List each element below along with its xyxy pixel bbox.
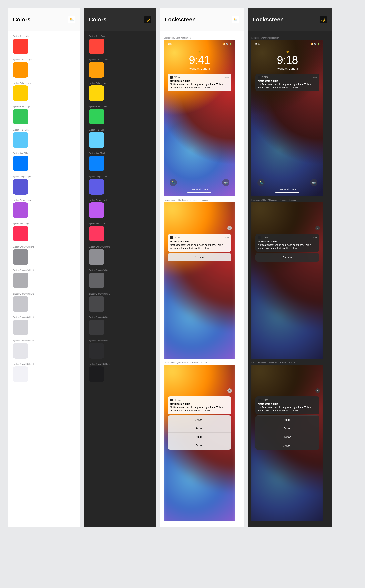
swatch-label: SystemGray / 06 / Light <box>13 363 75 365</box>
signal-icon: 📶 <box>311 43 313 45</box>
more-icon[interactable]: ••• <box>225 398 229 402</box>
clock-date: Monday, June 3 <box>168 67 232 70</box>
home-indicator[interactable] <box>275 192 299 193</box>
swatch-box <box>13 343 28 359</box>
app-badge-icon: F <box>258 399 261 401</box>
status-bar: 9:41 📶 📡 🔋 <box>168 43 232 45</box>
swatch-item: SystemBlue / Dark <box>89 152 151 171</box>
swatch-label: SystemPink / Dark <box>89 222 151 225</box>
swatch-box <box>89 273 104 288</box>
camera-button[interactable]: 📷 <box>310 179 317 186</box>
notification-timestamp: now <box>313 76 317 79</box>
lockscreen-light-actions: ✕ FFIGMA ••• Notification Title Notifica… <box>163 365 235 521</box>
swatch-box <box>89 86 104 101</box>
swatch-box <box>13 62 28 78</box>
swatch-label: SystemTeal / Dark <box>89 129 151 131</box>
home-indicator[interactable] <box>188 192 211 193</box>
swatch-box <box>89 62 104 78</box>
status-bar: 9:18 📶 📡 🔋 <box>255 43 319 45</box>
close-button[interactable]: ✕ <box>316 388 320 393</box>
notification-body: Notification text would be placed right … <box>170 83 229 89</box>
light-mode-icon: ⛅ <box>232 16 239 23</box>
swipe-hint: swipe up to open <box>163 188 235 190</box>
swatch-label: SystemGreen / Light <box>13 105 75 108</box>
more-icon[interactable]: ••• <box>225 236 229 239</box>
swatch-box <box>89 202 104 218</box>
swatch-box <box>89 226 104 242</box>
app-badge-icon: F <box>170 399 173 401</box>
frame-list-light: Lockscreen / Light/ Notification 9:41 📶 … <box>160 31 244 527</box>
swatch-box <box>13 132 28 148</box>
notification-card[interactable]: FFIGMA ••• Notification Title Notificati… <box>255 234 319 252</box>
more-icon[interactable]: ••• <box>313 236 317 239</box>
swatch-box <box>89 320 104 335</box>
swatch-item: SystemPurple / Light <box>13 199 75 218</box>
camera-button[interactable]: 📷 <box>222 179 230 186</box>
swatch-box <box>13 156 28 171</box>
swatch-label: SystemOrange / Dark <box>89 59 151 61</box>
swatch-box <box>13 249 28 265</box>
swatch-label: SystemPink / Light <box>13 222 75 225</box>
notification-card[interactable]: FFIGMA ••• Notification Title Notificati… <box>168 396 232 414</box>
swatch-item: SystemGreen / Light <box>13 105 75 124</box>
action-button[interactable]: Action <box>168 415 232 424</box>
lockscreen-dark-header: Lockscreen 🌙 <box>248 8 332 31</box>
dismiss-button[interactable]: Dismiss <box>168 253 232 261</box>
lockscreen-light-dismiss: ✕ FFIGMA ••• Notification Title Notifica… <box>163 202 235 359</box>
action-button[interactable]: Action <box>255 441 319 450</box>
clock-time: 9:18 <box>255 53 319 66</box>
frame-label: Lockscreen / Light / Notification Presse… <box>163 199 240 201</box>
notification-title: Notification Title <box>258 79 317 82</box>
app-badge-icon: F <box>258 236 261 239</box>
lockscreen-light-column: Lockscreen ⛅ Lockscreen / Light/ Notific… <box>160 8 244 527</box>
action-button[interactable]: Action <box>168 432 232 441</box>
section-title: Colors <box>13 16 31 23</box>
swatch-label: SystemTeal / Light <box>13 129 75 131</box>
wifi-icon: 📡 <box>314 43 316 45</box>
action-button[interactable]: Action <box>255 415 319 424</box>
swatch-label: SystemPurple / Dark <box>89 199 151 201</box>
swatch-item: SystemGray / 05 / Light <box>13 339 75 359</box>
swatch-item: SystemTeal / Light <box>13 129 75 148</box>
swatch-box <box>89 179 104 195</box>
action-button[interactable]: Action <box>168 424 232 432</box>
dismiss-button[interactable]: Dismiss <box>255 253 319 262</box>
swatch-item: SystemGray / 01 / Light <box>13 246 75 265</box>
signal-icon: 📶 <box>223 43 225 45</box>
swatch-label: SystemGreen / Dark <box>89 105 151 108</box>
section-title: Lockscreen <box>253 16 284 23</box>
close-button[interactable]: ✕ <box>227 388 232 393</box>
swatch-item: SystemGreen / Dark <box>89 105 151 124</box>
swatch-box <box>13 226 28 242</box>
notification-card[interactable]: FFIGMA now Notification Title Notificati… <box>168 74 232 91</box>
swatch-label: SystemGray / 01 / Dark <box>89 246 151 248</box>
action-button[interactable]: Action <box>255 424 319 433</box>
swatch-label: SystemOrange / Light <box>13 59 75 61</box>
swatch-item: SystemGray / 02 / Light <box>13 269 75 288</box>
swatch-label: SystemYellow / Light <box>13 82 75 84</box>
status-time: 9:41 <box>168 43 172 45</box>
action-button[interactable]: Action <box>168 441 232 450</box>
notification-card[interactable]: FFIGMA ••• Notification Title Notificati… <box>168 234 232 252</box>
notification-card[interactable]: FFIGMA ••• Notification Title Notificati… <box>255 396 319 414</box>
notification-app: FIGMA <box>174 399 181 401</box>
notification-title: Notification Title <box>170 79 229 82</box>
swatch-box <box>13 273 28 288</box>
action-button[interactable]: Action <box>255 433 319 441</box>
swatch-label: SystemGray / 04 / Light <box>13 316 75 318</box>
flashlight-button[interactable]: 🔦 <box>169 179 177 186</box>
notification-title: Notification Title <box>170 240 229 243</box>
swatch-item: SystemOrange / Dark <box>89 59 151 78</box>
swatch-label: SystemIndigo / Dark <box>89 176 151 178</box>
swatch-item: SystemIndigo / Light <box>13 176 75 195</box>
lockscreen-dark-dismiss: ✕ FFIGMA ••• Notification Title Notifica… <box>252 202 323 359</box>
lock-icon: 🔒 <box>255 50 319 53</box>
swatch-item: SystemPink / Light <box>13 222 75 242</box>
notification-card[interactable]: FFIGMA now Notification Title Notificati… <box>255 74 319 91</box>
lockscreen-dark-notification: 9:18 📶 📡 🔋 🔒 9:18 Monday, June 3 <box>252 40 323 196</box>
flashlight-button[interactable]: 🔦 <box>258 179 265 186</box>
swatch-item: SystemGray / 04 / Dark <box>89 316 151 335</box>
close-button[interactable]: ✕ <box>227 226 232 230</box>
close-button[interactable]: ✕ <box>316 226 320 230</box>
more-icon[interactable]: ••• <box>313 398 317 402</box>
